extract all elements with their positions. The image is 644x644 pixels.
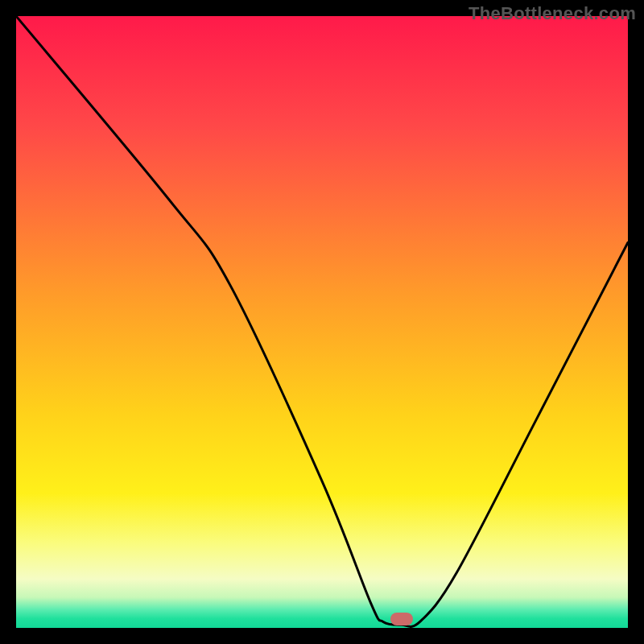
watermark-label: TheBottleneck.com: [469, 3, 636, 24]
chart-frame: TheBottleneck.com: [0, 0, 644, 644]
curve-layer: [16, 16, 628, 628]
optimal-marker: [390, 613, 413, 625]
chart-area: [16, 16, 628, 628]
bottleneck-curve: [16, 16, 628, 626]
